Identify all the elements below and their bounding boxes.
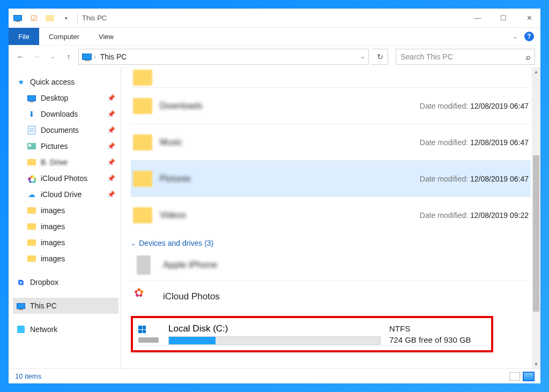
breadcrumb[interactable]: This PC: [100, 52, 127, 61]
sidebar-item-documents[interactable]: Documents📌: [13, 122, 118, 138]
sidebar-item-label: images: [41, 238, 65, 247]
sidebar-item-icloud-drive[interactable]: ☁iCloud Drive📌: [13, 186, 118, 202]
help-button[interactable]: ?: [524, 32, 534, 41]
forward-button[interactable]: →: [30, 50, 43, 63]
search-box[interactable]: ⌕: [396, 49, 535, 65]
address-dropdown-icon[interactable]: ⌄: [360, 53, 365, 60]
pc-icon: [16, 301, 26, 311]
view-buttons: [509, 372, 534, 381]
navigation-bar: ← → ⌄ ↑ › This PC ⌄ ↻ ⌕: [9, 45, 540, 67]
content-area: ★ Quick access Desktop📌 ⬇Downloads📌 Docu…: [9, 67, 540, 368]
sidebar-dropbox[interactable]: ⧉Dropbox: [13, 274, 118, 290]
folder-icon: [27, 222, 36, 231]
window-controls: — ☐ ✕: [471, 11, 536, 25]
sidebar-item-label: iCloud Drive: [41, 190, 81, 199]
sidebar-item-images[interactable]: images: [13, 235, 118, 251]
scroll-down-button[interactable]: ▼: [532, 360, 540, 368]
drive-icon: [138, 326, 160, 343]
sidebar-item-label: images: [41, 254, 65, 263]
properties-icon[interactable]: ☑: [29, 13, 39, 23]
drive-name: Local Disk (C:): [168, 323, 381, 334]
up-button[interactable]: ↑: [62, 50, 75, 63]
folder-name: Music: [160, 138, 182, 147]
folder-icon: [27, 206, 36, 215]
chevron-down-icon: ⌄: [131, 240, 136, 247]
sidebar-item-images[interactable]: images: [13, 251, 118, 267]
sidebar-item-label: B. Drive: [41, 158, 68, 167]
folder-row[interactable]: Music Date modified: 12/08/2019 06:47: [131, 124, 531, 161]
sidebar-item-desktop[interactable]: Desktop📌: [13, 90, 118, 106]
sidebar-quick-access[interactable]: ★ Quick access: [13, 74, 118, 90]
qat-dropdown-icon[interactable]: ▾: [61, 13, 71, 23]
minimize-button[interactable]: —: [471, 11, 485, 25]
tab-view[interactable]: View: [89, 28, 123, 45]
close-button[interactable]: ✕: [522, 11, 536, 25]
sidebar-item-label: Quick access: [30, 78, 75, 86]
sidebar-item-label: Network: [30, 325, 57, 334]
drive-local-disk-c[interactable]: Local Disk (C:) NTFS 724 GB free of 930 …: [131, 316, 493, 352]
pin-icon: 📌: [107, 94, 115, 102]
device-row-phone[interactable]: Apple iPhone: [131, 250, 531, 281]
pin-icon: 📌: [107, 110, 115, 118]
navigation-pane[interactable]: ★ Quick access Desktop📌 ⬇Downloads📌 Docu…: [9, 67, 121, 368]
folder-name: Videos: [160, 210, 186, 220]
address-bar[interactable]: › This PC ⌄: [78, 49, 369, 65]
pictures-icon: [27, 141, 36, 151]
sidebar-item[interactable]: B. Drive📌: [13, 154, 118, 170]
section-devices[interactable]: ⌄ Devices and drives (3): [131, 239, 531, 247]
dropbox-icon: ⧉: [16, 277, 26, 287]
download-icon: ⬇: [27, 109, 36, 119]
new-folder-icon[interactable]: [45, 13, 55, 23]
scroll-track[interactable]: [532, 76, 540, 360]
sidebar-item-images[interactable]: images: [13, 202, 118, 218]
folder-icon: [27, 157, 36, 167]
device-row-icloud[interactable]: iCloud Photos: [131, 281, 531, 312]
ribbon-expand-icon[interactable]: ⌄: [513, 33, 518, 40]
folder-meta: Date modified: 12/08/2019 06:47: [420, 102, 529, 110]
tab-computer[interactable]: Computer: [39, 28, 89, 45]
search-icon[interactable]: ⌕: [526, 52, 530, 61]
folder-row[interactable]: [131, 67, 531, 88]
folder-meta: Date modified: 12/08/2019 09:22: [420, 211, 529, 220]
icloud-photos-icon: [133, 286, 154, 307]
vertical-scrollbar[interactable]: ▲ ▼: [532, 67, 540, 368]
desktop-icon: [27, 93, 36, 103]
item-count: 10 items: [15, 372, 41, 380]
details-view-button[interactable]: [509, 372, 520, 381]
chevron-right-icon[interactable]: ›: [94, 54, 96, 60]
refresh-button[interactable]: ↻: [372, 49, 388, 65]
back-button[interactable]: ←: [14, 50, 27, 63]
large-icons-view-button[interactable]: [523, 372, 534, 381]
pin-icon: 📌: [107, 142, 115, 150]
sidebar-this-pc[interactable]: This PC: [13, 298, 118, 314]
sidebar-item-icloud-photos[interactable]: iCloud Photos📌: [13, 170, 118, 186]
sidebar-item-pictures[interactable]: Pictures📌: [13, 138, 118, 154]
folder-icon: [133, 171, 152, 187]
folder-row[interactable]: Downloads Date modified: 12/08/2019 06:4…: [131, 88, 531, 124]
sidebar-network[interactable]: Network: [13, 321, 118, 337]
tab-file[interactable]: File: [9, 28, 39, 45]
sidebar-item-label: Dropbox: [30, 278, 58, 287]
device-name: iCloud Photos: [163, 291, 220, 302]
sidebar-item-downloads[interactable]: ⬇Downloads📌: [13, 106, 118, 122]
folder-row[interactable]: Videos Date modified: 12/08/2019 09:22: [131, 197, 531, 233]
folder-icon: [133, 207, 152, 223]
folder-row-selected[interactable]: Pictures Date modified: 12/08/2019 06:47: [131, 161, 531, 197]
icloud-photos-icon: [27, 174, 36, 183]
folder-icon: [27, 254, 36, 263]
folder-icon: [133, 98, 152, 114]
folder-name: Pictures: [160, 174, 191, 184]
scroll-up-button[interactable]: ▲: [532, 67, 540, 76]
search-input[interactable]: [400, 52, 526, 61]
main-pane: Downloads Date modified: 12/08/2019 06:4…: [121, 67, 540, 368]
explorer-window: ☑ ▾ This PC — ☐ ✕ File Computer View ⌄ ?…: [9, 9, 540, 383]
pin-icon: 📌: [107, 126, 115, 134]
folder-icon: [27, 238, 36, 247]
folder-icon: [133, 134, 152, 150]
scroll-thumb[interactable]: [533, 155, 539, 312]
folder-meta: Date modified: 12/08/2019 06:47: [420, 175, 529, 183]
maximize-button[interactable]: ☐: [496, 11, 510, 25]
sidebar-item-images[interactable]: images: [13, 218, 118, 235]
recent-locations-button[interactable]: ⌄: [46, 50, 59, 63]
drive-usage-bar: [168, 336, 381, 345]
